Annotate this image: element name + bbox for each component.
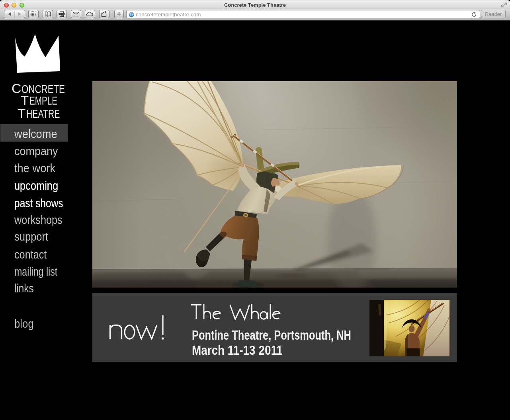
svg-text:EMPLE: EMPLE	[29, 94, 57, 107]
svg-text:HEATRE: HEATRE	[26, 107, 60, 120]
svg-text:T: T	[18, 106, 25, 121]
svg-text:C: C	[12, 81, 21, 96]
svg-text:T: T	[21, 93, 29, 108]
